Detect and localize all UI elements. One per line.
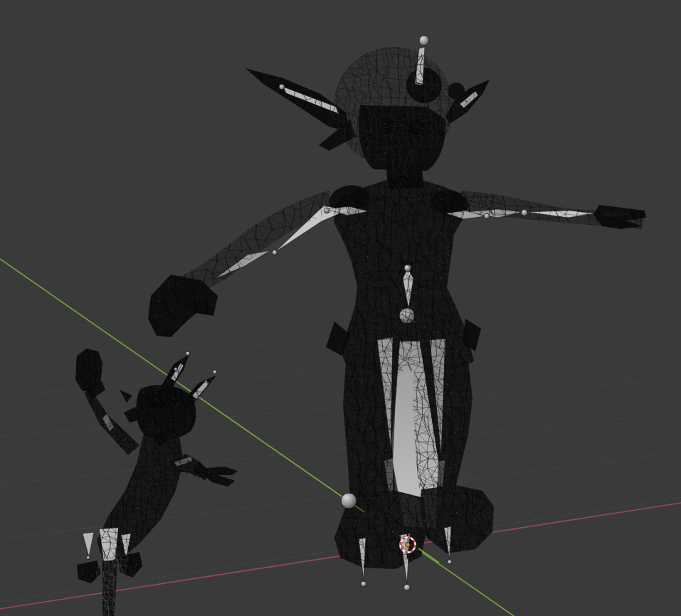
right-toe-bone-ball [448,560,452,564]
head-top-bone-ball [419,36,429,46]
viewport-3d[interactable] [0,0,681,616]
bone-ball [341,493,357,509]
right-elbow-ball [522,210,528,216]
left-toe-bone-ball [361,581,366,587]
right-clavicle-ball [484,213,490,219]
object-origin-dot [406,543,410,547]
ear-1-tip-ball [186,351,190,356]
center-toe-bone-ball [404,585,411,591]
left-elbow-ball [272,250,277,255]
ear-2-tip-ball [213,370,217,374]
ear-1-joint-ball [174,368,178,371]
left-leg-bone-ball [86,556,90,559]
